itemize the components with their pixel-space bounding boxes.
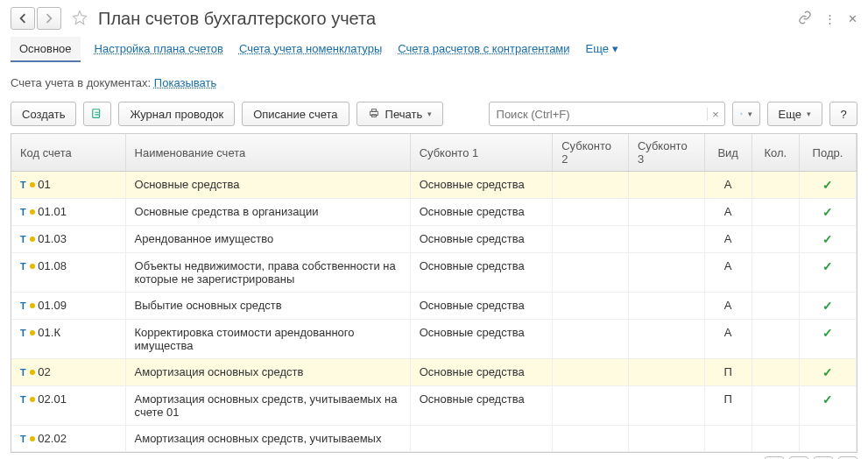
tab-items-accounts[interactable]: Счета учета номенклатуры	[237, 37, 384, 60]
table-row[interactable]: T 01.08Объекты недвижимости, права собст…	[11, 253, 857, 293]
account-type-icon: T	[20, 207, 35, 217]
table-row[interactable]: T 01.01Основные средства в организацииОс…	[11, 199, 857, 226]
favorite-star-icon[interactable]	[72, 10, 88, 28]
kind-cell: А	[704, 253, 752, 293]
svg-rect-2	[371, 109, 376, 111]
sub1-cell	[410, 426, 553, 452]
kind-cell: П	[704, 359, 752, 386]
account-type-icon: T	[20, 261, 35, 272]
kind-cell: А	[704, 172, 752, 199]
sub-cell: ✓	[799, 386, 856, 426]
col-kind[interactable]: Вид	[704, 134, 752, 172]
kind-cell: П	[704, 386, 752, 426]
chevron-down-icon: ▾	[612, 42, 618, 55]
sub2-cell	[553, 359, 629, 386]
check-icon: ✓	[822, 326, 833, 340]
sub-cell: ✓	[799, 253, 856, 293]
name-cell: Амортизация основных средств, учитываемы…	[125, 386, 410, 426]
col-sub2[interactable]: Субконто 2	[553, 134, 629, 172]
chevron-down-icon: ▾	[807, 109, 811, 118]
tab-contragent-accounts[interactable]: Счета расчетов с контрагентами	[396, 37, 571, 60]
sub3-cell	[628, 199, 704, 226]
printer-icon	[368, 107, 380, 122]
name-cell: Корректировка стоимости арендованного им…	[125, 320, 410, 359]
sub-cell: ✓	[799, 359, 856, 386]
tab-more[interactable]: Еще ▾	[584, 37, 620, 60]
sub1-cell: Основные средства	[410, 359, 553, 386]
sub-cell: ✓	[799, 293, 856, 320]
code-cell: 01.03	[38, 232, 67, 245]
table-row[interactable]: T 01Основные средстваОсновные средстваА✓	[11, 172, 857, 199]
sub3-cell	[628, 386, 704, 426]
sub2-cell	[553, 426, 629, 452]
check-icon: ✓	[822, 232, 833, 246]
check-icon: ✓	[822, 205, 833, 219]
print-button[interactable]: Печать ▾	[356, 102, 444, 126]
code-cell: 02.02	[38, 432, 67, 445]
subline-show-link[interactable]: Показывать	[154, 76, 216, 89]
sub1-cell: Основные средства	[410, 199, 553, 226]
name-cell: Амортизация основных средств	[125, 359, 410, 386]
kebab-menu-icon[interactable]: ⋮	[824, 12, 836, 25]
sub2-cell	[553, 320, 629, 359]
search-input[interactable]	[490, 108, 707, 121]
account-type-icon: T	[20, 394, 35, 405]
col-sub[interactable]: Подр.	[799, 134, 856, 172]
sub-cell	[799, 426, 856, 452]
kind-cell: А	[704, 293, 752, 320]
search-clear-button[interactable]: ×	[707, 108, 724, 121]
search-input-wrap: ×	[489, 102, 725, 126]
chevron-down-icon: ▾	[748, 109, 752, 118]
code-cell: 01	[38, 178, 50, 191]
close-icon[interactable]: ✕	[848, 12, 857, 25]
sub3-cell	[628, 172, 704, 199]
describe-button[interactable]: Описание счета	[242, 102, 349, 126]
tab-main[interactable]: Основное	[11, 37, 81, 62]
table-row[interactable]: T 02Амортизация основных средствОсновные…	[11, 359, 857, 386]
more-button[interactable]: Еще ▾	[767, 102, 822, 126]
qty-cell	[752, 253, 799, 293]
col-sub1[interactable]: Субконто 1	[410, 134, 553, 172]
code-cell: 01.08	[38, 259, 67, 272]
table-row[interactable]: T 01.03Арендованное имуществоОсновные ср…	[11, 226, 857, 253]
search-button[interactable]: ▾	[732, 102, 760, 126]
name-cell: Амортизация основных средств, учитываемы…	[125, 426, 410, 452]
accounts-table: Код счета Наименование счета Субконто 1 …	[11, 134, 857, 452]
journal-button[interactable]: Журнал проводок	[118, 102, 235, 126]
col-code[interactable]: Код счета	[11, 134, 125, 172]
account-type-icon: T	[20, 234, 35, 244]
sub2-cell	[553, 293, 629, 320]
tab-plan-setup[interactable]: Настройка плана счетов	[93, 37, 225, 60]
help-button[interactable]: ?	[829, 102, 857, 126]
sub3-cell	[628, 253, 704, 293]
qty-cell	[752, 172, 799, 199]
code-cell: 02	[38, 365, 50, 378]
name-cell: Арендованное имущество	[125, 226, 410, 253]
table-row[interactable]: T 02.01Амортизация основных средств, учи…	[11, 386, 857, 426]
code-cell: 01.01	[38, 205, 67, 218]
sub1-cell: Основные средства	[410, 293, 553, 320]
sub2-cell	[553, 386, 629, 426]
sub-cell: ✓	[799, 226, 856, 253]
table-row[interactable]: T 02.02Амортизация основных средств, учи…	[11, 426, 857, 452]
name-cell: Объекты недвижимости, права собственност…	[125, 253, 410, 293]
sub1-cell: Основные средства	[410, 253, 553, 293]
copy-button[interactable]	[83, 102, 111, 126]
name-cell: Выбытие основных средств	[125, 293, 410, 320]
table-row[interactable]: T 01.ККорректировка стоимости арендованн…	[11, 320, 857, 359]
check-icon: ✓	[822, 178, 833, 192]
link-icon[interactable]	[798, 11, 812, 27]
col-name[interactable]: Наименование счета	[125, 134, 410, 172]
create-button[interactable]: Создать	[11, 102, 76, 126]
nav-back-button[interactable]	[11, 7, 35, 30]
col-sub3[interactable]: Субконто 3	[628, 134, 704, 172]
sub1-cell: Основные средства	[410, 172, 553, 199]
col-qty[interactable]: Кол.	[752, 134, 799, 172]
sub1-cell: Основные средства	[410, 226, 553, 253]
table-row[interactable]: T 01.09Выбытие основных средствОсновные …	[11, 293, 857, 320]
sub-cell: ✓	[799, 172, 856, 199]
check-icon: ✓	[822, 259, 833, 273]
code-cell: 02.01	[38, 392, 67, 406]
nav-forward-button[interactable]	[37, 7, 61, 30]
check-icon: ✓	[822, 392, 833, 406]
